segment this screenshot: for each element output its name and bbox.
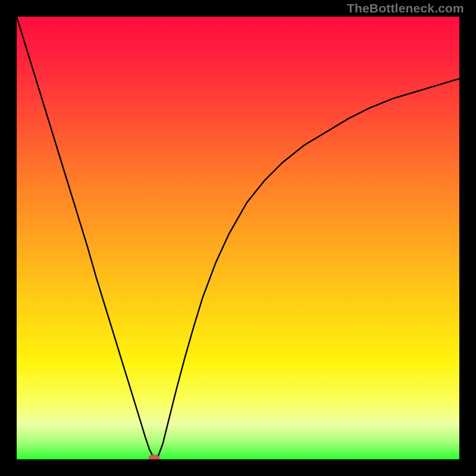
bottleneck-curve bbox=[17, 17, 459, 459]
plot-area bbox=[17, 17, 459, 459]
chart-wrapper: TheBottleneck.com bbox=[0, 0, 476, 476]
optimum-marker bbox=[149, 455, 159, 459]
watermark-text: TheBottleneck.com bbox=[347, 1, 464, 15]
